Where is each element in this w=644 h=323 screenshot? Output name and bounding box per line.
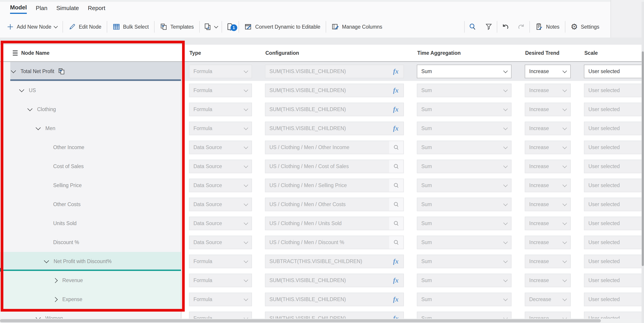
scale-field-value: User selected (588, 315, 620, 318)
tree-node-women[interactable]: Women (0, 309, 182, 318)
configuration-field-value: US / Clothing / Men / Other Income (270, 144, 349, 150)
desired-trend-select-value: Increase (529, 182, 549, 188)
chevron-down-icon[interactable] (28, 106, 32, 111)
table-row: FormulaSUM(THIS.VISIBLE_CHILDREN)fxSumIn… (0, 100, 642, 119)
type-select-value: Data Source (194, 182, 222, 188)
chevron-down-icon[interactable] (36, 125, 41, 130)
type-select-value: Data Source (194, 220, 222, 226)
column-header-configuration[interactable]: Configuration (265, 45, 299, 61)
add-new-node-button[interactable]: Add New Node (7, 23, 62, 31)
manage-columns-button[interactable]: Manage Columns (326, 23, 388, 31)
tree-node-men[interactable]: Men (0, 119, 182, 138)
search-icon[interactable] (389, 198, 404, 211)
type-select: Data Source (189, 179, 252, 192)
type-select: Data Source (189, 217, 252, 230)
formula-icon[interactable]: fx (393, 87, 400, 94)
chevron-down-icon (562, 126, 567, 130)
undo-button[interactable] (497, 23, 513, 31)
search-icon[interactable] (389, 160, 404, 173)
search-icon[interactable] (389, 141, 404, 154)
table-row: FormulaSUM(THIS.VISIBLE_CHILDREN)fxSumIn… (0, 62, 642, 81)
tree-node-total-net-profit[interactable]: Total Net Profit (0, 62, 182, 81)
time-aggregation-select: Sum (417, 274, 512, 287)
desired-trend-select-value: Increase (529, 315, 549, 318)
table-row: FormulaSUM(THIS.VISIBLE_CHILDREN)fxSumIn… (0, 271, 642, 290)
formula-icon[interactable]: fx (393, 106, 400, 113)
search-button[interactable] (465, 23, 481, 31)
tab-report[interactable]: Report (88, 5, 105, 14)
redo-button[interactable] (513, 23, 530, 31)
settings-button[interactable]: ⚙ Settings (565, 23, 605, 31)
scale-field-value: User selected (588, 106, 620, 112)
column-header-scale[interactable]: Scale (584, 45, 598, 61)
tree-node-other-costs[interactable]: Other Costs (0, 195, 182, 214)
configuration-field-value: US / Clothing / Men / Other Costs (270, 201, 346, 207)
search-icon[interactable] (389, 179, 404, 192)
vertical-scrollbar[interactable] (642, 2, 644, 323)
chevron-down-icon (244, 145, 248, 149)
toolbar-right-panel (610, 0, 642, 38)
formula-icon[interactable]: fx (393, 125, 400, 132)
formula-icon[interactable]: fx (393, 315, 400, 318)
convert-dynamic-to-editable-button[interactable]: Convert Dynamic to Editable (239, 23, 326, 31)
chevron-down-icon[interactable] (11, 68, 16, 73)
column-header-type[interactable]: Type (190, 45, 201, 61)
formula-icon[interactable]: fx (393, 296, 400, 303)
tree-node-net-profit-with-discount[interactable]: Net Profit with Discount% (0, 252, 182, 271)
scale-field-value: User selected (588, 258, 620, 264)
time-aggregation-select-value: Sum (421, 201, 432, 207)
tab-model[interactable]: Model (10, 4, 27, 14)
search-icon[interactable] (389, 217, 404, 230)
edit-pending-button[interactable]: 1 (222, 23, 238, 31)
tree-node-revenue[interactable]: Revenue (0, 271, 182, 290)
tree-node-cost-of-sales[interactable]: Cost of Sales (0, 157, 182, 176)
vertical-scrollbar-thumb[interactable] (642, 51, 644, 266)
formula-icon[interactable]: fx (393, 277, 400, 284)
tree-node-units-sold[interactable]: Units Sold (0, 214, 182, 233)
tree-node-expense[interactable]: Expense (0, 290, 182, 309)
column-header-desired-trend[interactable]: Desired Trend (525, 45, 559, 61)
search-icon[interactable] (389, 236, 404, 249)
copy-dynamic-node-button[interactable] (200, 23, 222, 31)
chevron-down-icon (503, 202, 508, 206)
desired-trend-select[interactable]: Increase (525, 65, 571, 78)
scale-field: User selected (584, 217, 642, 230)
chevron-down-icon[interactable] (36, 315, 41, 318)
edit-node-button[interactable]: Edit Node (63, 23, 107, 31)
templates-button[interactable]: Templates (154, 23, 199, 31)
notes-button[interactable]: Notes (530, 23, 565, 31)
copy-node-icon[interactable] (58, 68, 65, 75)
tree-node-other-income[interactable]: Other Income (0, 138, 182, 157)
scale-field[interactable]: User selected (584, 65, 642, 78)
configuration-field: SUM(THIS.VISIBLE_CHILDREN)fx (265, 65, 404, 78)
type-select-value: Formula (194, 277, 212, 283)
configuration-field-value: SUM(THIS.VISIBLE_CHILDREN) (270, 296, 346, 302)
horizontal-scrollbar[interactable] (0, 318, 642, 323)
node-label: Clothing (37, 106, 56, 112)
chevron-down-icon (503, 145, 508, 149)
horizontal-scrollbar-thumb[interactable] (0, 319, 601, 322)
tree-node-content: Men (0, 119, 181, 138)
column-header-node-name[interactable]: Node Name (13, 45, 50, 61)
column-header-time-aggregation[interactable]: Time Aggregation (417, 45, 460, 61)
chevron-right-icon[interactable] (53, 278, 58, 283)
time-aggregation-select[interactable]: Sum (417, 65, 512, 78)
formula-icon[interactable]: fx (393, 68, 400, 75)
tree-node-clothing[interactable]: Clothing (0, 100, 182, 119)
filter-button[interactable] (481, 23, 497, 31)
configuration-field: SUM(THIS.VISIBLE_CHILDREN)fx (265, 311, 404, 318)
chevron-down-icon[interactable] (44, 258, 49, 263)
chevron-right-icon[interactable] (53, 297, 58, 302)
chevron-down-icon[interactable] (19, 87, 24, 92)
chevron-down-icon (503, 183, 508, 187)
tree-node-us[interactable]: US (0, 81, 182, 100)
bulk-select-button[interactable]: Bulk Select (107, 23, 154, 31)
tab-plan[interactable]: Plan (36, 5, 47, 14)
formula-icon[interactable]: fx (393, 258, 400, 265)
chevron-down-icon (562, 202, 567, 206)
desired-trend-select: Increase (525, 217, 571, 230)
tree-node-discount[interactable]: Discount % (0, 233, 182, 252)
tree-node-selling-price[interactable]: Selling Price (0, 176, 182, 195)
time-aggregation-select-value: Sum (421, 315, 432, 318)
tab-simulate[interactable]: Simulate (56, 5, 79, 14)
